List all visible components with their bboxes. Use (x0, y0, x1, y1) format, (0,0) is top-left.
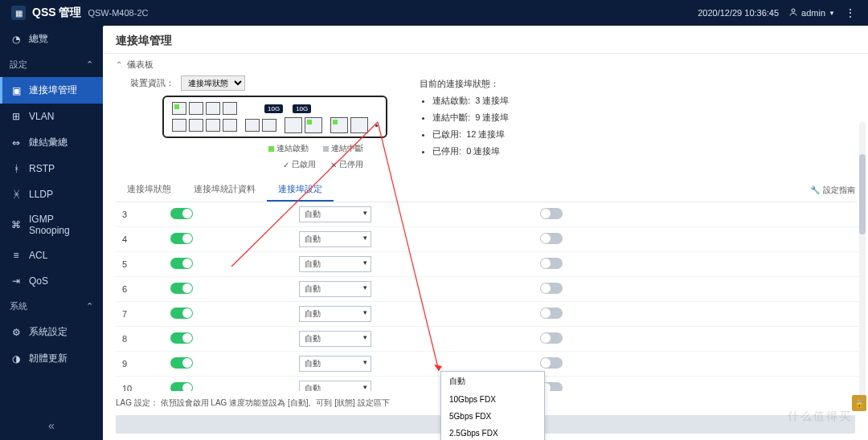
user-icon (788, 7, 798, 18)
secondary-toggle[interactable] (540, 283, 563, 294)
device-info-select[interactable]: 連接埠狀態 (181, 75, 245, 91)
sidebar-item-vlan[interactable]: ⊞VLAN (0, 104, 103, 129)
sidebar-label: 總覽 (29, 32, 48, 46)
sfp-port[interactable] (350, 117, 368, 133)
tabs: 連接埠狀態連接埠統計資料連接埠設定 🔧 設定指南 (116, 178, 855, 202)
sidebar-item-acl[interactable]: ≡ACL (0, 242, 103, 268)
enable-toggle[interactable] (170, 308, 193, 319)
status-row: 已停用: 0 連接埠 (432, 143, 509, 160)
badge-10g: 10G (264, 104, 283, 113)
port[interactable] (189, 119, 203, 132)
speed-select[interactable]: 自動 (299, 381, 371, 391)
sidebar-label: IGMP Snooping (29, 214, 93, 236)
sidebar-item-連接埠管理[interactable]: ▣連接埠管理 (0, 77, 103, 104)
dropdown-option[interactable]: 5Gbps FDX (441, 408, 544, 425)
status-row: 連結啟動: 3 連接埠 (432, 92, 509, 109)
port[interactable] (206, 102, 220, 115)
chevron-up-icon[interactable]: ⌃ (116, 60, 122, 69)
status-row: 已啟用: 12 連接埠 (432, 126, 509, 143)
user-menu[interactable]: admin ▼ (788, 7, 835, 18)
port-number: 6 (116, 277, 164, 302)
sidebar-label: 連接埠管理 (29, 84, 77, 97)
sidebar-item-鏈結彙總[interactable]: ⇔鏈結彙總 (0, 129, 103, 156)
enable-toggle[interactable] (170, 283, 193, 294)
datetime: 2020/12/29 10:36:45 (698, 8, 779, 18)
sidebar-item-overview[interactable]: ◔ 總覽 (0, 26, 103, 52)
port-diagram: 10G 10G (162, 96, 387, 138)
speed-select[interactable]: 自動 (299, 206, 371, 222)
enable-toggle[interactable] (170, 357, 193, 369)
caret-down-icon: ▼ (829, 10, 835, 17)
sfp-port[interactable] (305, 117, 322, 133)
port[interactable] (245, 119, 260, 132)
table-row: 4自動 (116, 227, 862, 252)
enable-toggle[interactable] (170, 382, 193, 391)
scrollbar-thumb[interactable] (859, 154, 866, 234)
chevron-up-icon: ⌃ (86, 301, 93, 312)
port-number: 3 (116, 202, 164, 227)
acl-icon: ≡ (10, 249, 23, 262)
lock-badge: 🔒 (852, 395, 866, 411)
svg-point-0 (792, 9, 795, 12)
sidebar-item-rstp[interactable]: ᚼRSTP (0, 156, 103, 181)
sidebar-group-system[interactable]: 系統 ⌃ (0, 294, 103, 319)
scrollbar[interactable] (859, 122, 866, 411)
sidebar: ◔ 總覽 設定 ⌃ ▣連接埠管理⊞VLAN⇔鏈結彙總ᚼRSTPᚸLLDP⌘IGM… (0, 26, 103, 440)
port[interactable] (223, 119, 237, 132)
secondary-toggle[interactable] (540, 308, 563, 319)
tab-0[interactable]: 連接埠狀態 (116, 178, 182, 202)
tab-2[interactable]: 連接埠設定 (267, 178, 334, 202)
tab-1[interactable]: 連接埠統計資料 (182, 178, 267, 202)
port[interactable] (262, 119, 276, 132)
dropdown-option[interactable]: 自動 (441, 372, 544, 391)
sidebar-label: 系統設定 (29, 325, 68, 339)
port-number: 5 (116, 252, 164, 277)
sidebar-collapse[interactable]: « (0, 419, 103, 432)
sidebar-label: QoS (29, 275, 48, 287)
sfp-port[interactable] (330, 117, 348, 133)
dropdown-option[interactable]: 10Gbps FDX (441, 391, 544, 408)
port[interactable] (223, 102, 237, 115)
speed-select[interactable]: 自動 (299, 356, 371, 372)
table-row: 6自動 (116, 277, 862, 302)
sidebar-item-qos[interactable]: ⇥QoS (0, 268, 103, 294)
sidebar-item-系統設定[interactable]: ⚙系統設定 (0, 319, 103, 345)
settings-guide[interactable]: 🔧 設定指南 (810, 178, 855, 202)
sidebar-item-lldp[interactable]: ᚸLLDP (0, 181, 103, 207)
table-row: 5自動 (116, 252, 862, 277)
speed-select[interactable]: 自動 (299, 331, 371, 347)
sidebar-label: ACL (29, 250, 47, 261)
port[interactable] (172, 102, 186, 115)
device-info: 裝置資訊： 連接埠狀態 (130, 75, 387, 91)
speed-select[interactable]: 自動 (299, 256, 371, 272)
secondary-toggle[interactable] (540, 332, 563, 344)
port[interactable] (172, 119, 186, 132)
more-menu[interactable]: ⋮ (845, 6, 857, 19)
app-title: QSS 管理 (32, 6, 81, 20)
port[interactable] (189, 102, 203, 115)
enable-toggle[interactable] (170, 332, 193, 344)
dropdown-option[interactable]: 2.5Gbps FDX (441, 425, 544, 440)
igmp-icon: ⌘ (10, 218, 23, 231)
port[interactable] (206, 119, 220, 132)
secondary-toggle[interactable] (540, 233, 563, 244)
secondary-toggle[interactable] (540, 357, 563, 369)
port-icon: ▣ (10, 84, 23, 97)
enable-toggle[interactable] (170, 208, 193, 219)
speed-select[interactable]: 自動 (299, 231, 371, 247)
sidebar-item-韌體更新[interactable]: ◑韌體更新 (0, 345, 103, 372)
status-heading: 目前的連接埠狀態： (420, 75, 509, 92)
sidebar-group-settings[interactable]: 設定 ⌃ (0, 52, 103, 77)
sfp-port[interactable] (285, 117, 302, 133)
enable-toggle[interactable] (170, 233, 193, 244)
port-number: 7 (116, 302, 164, 327)
secondary-toggle[interactable] (540, 258, 563, 269)
vlan-icon: ⊞ (10, 110, 23, 123)
port-status-summary: 目前的連接埠狀態： 連結啟動: 3 連接埠連結中斷: 9 連接埠已啟用: 12 … (420, 75, 509, 159)
sidebar-item-igmp snooping[interactable]: ⌘IGMP Snooping (0, 207, 103, 242)
secondary-toggle[interactable] (540, 208, 563, 219)
enable-toggle[interactable] (170, 258, 193, 269)
speed-select[interactable]: 自動 (299, 306, 371, 322)
speed-select[interactable]: 自動 (299, 281, 371, 297)
speed-dropdown[interactable]: 自動10Gbps FDX5Gbps FDX2.5Gbps FDX1Gbps FD… (440, 371, 545, 440)
